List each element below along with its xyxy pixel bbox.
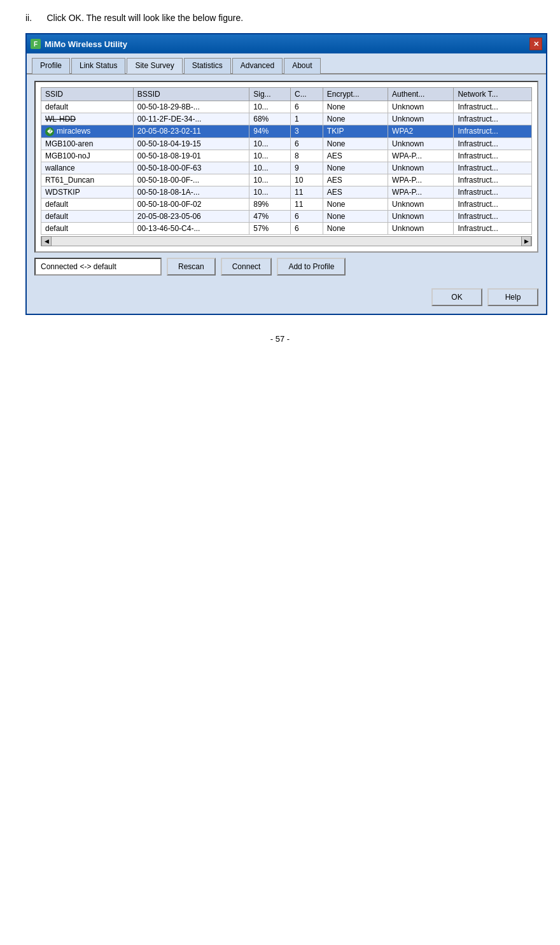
tab-about[interactable]: About	[284, 58, 320, 74]
table-cell: None	[323, 198, 388, 210]
table-cell: 6	[291, 101, 323, 113]
horizontal-scrollbar[interactable]: ◀ ▶	[41, 236, 532, 246]
table-cell: 57%	[249, 222, 291, 234]
table-cell: WPA2	[388, 125, 454, 138]
table-cell: 11	[291, 186, 323, 198]
table-cell: WPA-P...	[388, 150, 454, 162]
table-cell: 11	[291, 198, 323, 210]
table-cell: 6	[291, 137, 323, 150]
table-cell: 10...	[249, 101, 291, 113]
close-button[interactable]: ✕	[529, 38, 542, 50]
tab-link-status[interactable]: Link Status	[71, 58, 125, 74]
scroll-track[interactable]	[52, 237, 521, 246]
table-cell: AES	[323, 174, 388, 186]
table-cell: 89%	[249, 198, 291, 210]
table-cell: 6	[291, 222, 323, 234]
app-icon: F	[31, 39, 41, 49]
table-row[interactable]: RT61_Duncan00-50-18-00-0F-...10...10AESW…	[41, 174, 532, 186]
table-cell: 94%	[249, 125, 291, 138]
table-cell: Unknown	[388, 198, 454, 210]
table-cell: default	[41, 101, 134, 113]
table-cell: default	[41, 198, 134, 210]
table-cell: Infrastruct...	[454, 162, 532, 174]
table-row[interactable]: MGB100-noJ00-50-18-08-19-0110...8AESWPA-…	[41, 150, 532, 162]
table-cell: Unknown	[388, 101, 454, 113]
table-cell: 20-05-08-23-02-11	[133, 125, 249, 138]
table-cell: 1	[291, 113, 323, 125]
table-cell: default	[41, 222, 134, 234]
table-cell: 00-13-46-50-C4-...	[133, 222, 249, 234]
connect-button[interactable]: Connect	[221, 258, 272, 276]
main-content: SSID BSSID Sig... C... Encrypt... Authen…	[27, 74, 546, 283]
tab-site-survey[interactable]: Site Survey	[127, 58, 182, 74]
table-cell: 9	[291, 162, 323, 174]
table-cell: AES	[323, 150, 388, 162]
add-to-profile-button[interactable]: Add to Profile	[277, 258, 346, 276]
intro-text: ii. Click OK. The result will look like …	[25, 13, 535, 23]
table-cell: 00-50-18-08-19-01	[133, 150, 249, 162]
col-nettype: Network T...	[454, 88, 532, 101]
table-cell: 00-50-18-00-0F-02	[133, 198, 249, 210]
tab-statistics[interactable]: Statistics	[184, 58, 231, 74]
table-cell: Unknown	[388, 162, 454, 174]
table-header-row: SSID BSSID Sig... C... Encrypt... Authen…	[41, 88, 532, 101]
table-cell: Infrastruct...	[454, 125, 532, 138]
table-cell: Unknown	[388, 137, 454, 150]
table-cell: 10	[291, 174, 323, 186]
table-cell: Infrastruct...	[454, 222, 532, 234]
table-row[interactable]: default00-13-46-50-C4-...57%6NoneUnknown…	[41, 222, 532, 234]
table-cell: WDSTKIP	[41, 186, 134, 198]
table-row[interactable]: default20-05-08-23-05-0647%6NoneUnknownI…	[41, 210, 532, 222]
table-cell: Infrastruct...	[454, 150, 532, 162]
table-cell: Infrastruct...	[454, 210, 532, 222]
col-encrypt: Encrypt...	[323, 88, 388, 101]
table-cell: Unknown	[388, 210, 454, 222]
window-title: MiMo Wireless Utility	[45, 39, 127, 49]
table-cell: Infrastruct...	[454, 137, 532, 150]
table-cell: 00-50-18-00-0F-...	[133, 174, 249, 186]
scroll-left-arrow[interactable]: ◀	[41, 236, 52, 246]
table-cell: 00-50-18-00-0F-63	[133, 162, 249, 174]
table-cell: MGB100-noJ	[41, 150, 134, 162]
table-cell: 10...	[249, 186, 291, 198]
col-bssid: BSSID	[133, 88, 249, 101]
table-scroll-container: SSID BSSID Sig... C... Encrypt... Authen…	[41, 87, 532, 235]
table-cell: WPA-P...	[388, 174, 454, 186]
table-row[interactable]: �miraclews20-05-08-23-02-1194%3TKIPWPA2I…	[41, 125, 532, 138]
title-bar: F MiMo Wireless Utility ✕	[27, 34, 546, 53]
table-cell: Infrastruct...	[454, 198, 532, 210]
table-cell: 8	[291, 150, 323, 162]
table-cell: 10...	[249, 174, 291, 186]
ok-button[interactable]: OK	[431, 288, 482, 306]
connection-status: Connected <-> default	[34, 258, 162, 276]
table-cell: RT61_Duncan	[41, 174, 134, 186]
table-row[interactable]: MGB100-aren00-50-18-04-19-1510...6NoneUn…	[41, 137, 532, 150]
table-cell: None	[323, 162, 388, 174]
table-cell: 00-50-18-29-8B-...	[133, 101, 249, 113]
title-bar-left: F MiMo Wireless Utility	[31, 39, 127, 49]
tab-advanced[interactable]: Advanced	[232, 58, 283, 74]
table-cell: WL-HDD	[41, 113, 134, 125]
col-channel: C...	[291, 88, 323, 101]
table-row[interactable]: WDSTKIP00-50-18-08-1A-...10...11AESWPA-P…	[41, 186, 532, 198]
table-cell: 68%	[249, 113, 291, 125]
table-row[interactable]: default00-50-18-00-0F-0289%11NoneUnknown…	[41, 198, 532, 210]
table-cell: Infrastruct...	[454, 174, 532, 186]
col-auth: Authent...	[388, 88, 454, 101]
table-cell: None	[323, 101, 388, 113]
help-button[interactable]: Help	[487, 288, 538, 306]
table-cell: 10...	[249, 137, 291, 150]
table-cell: 6	[291, 210, 323, 222]
table-cell: None	[323, 222, 388, 234]
page-footer: - 57 -	[25, 334, 535, 344]
table-row[interactable]: default00-50-18-29-8B-...10...6NoneUnkno…	[41, 101, 532, 113]
rescan-button[interactable]: Rescan	[167, 258, 216, 276]
bottom-action-bar: Connected <-> default Rescan Connect Add…	[34, 258, 538, 276]
table-cell: None	[323, 210, 388, 222]
table-cell: 3	[291, 125, 323, 138]
tab-profile[interactable]: Profile	[32, 58, 70, 74]
table-row[interactable]: wallance00-50-18-00-0F-6310...9NoneUnkno…	[41, 162, 532, 174]
col-signal: Sig...	[249, 88, 291, 101]
scroll-right-arrow[interactable]: ▶	[521, 236, 531, 246]
table-row[interactable]: WL-HDD00-11-2F-DE-34-...68%1NoneUnknownI…	[41, 113, 532, 125]
